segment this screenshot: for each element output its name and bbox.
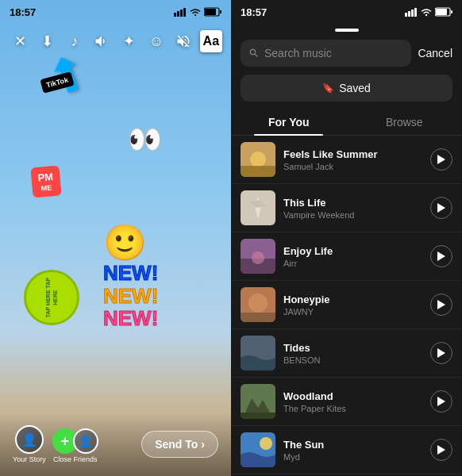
play-button[interactable] [430, 148, 452, 171]
close-icon[interactable]: ✕ [9, 30, 31, 52]
song-info: Honeypie JAWNY [283, 294, 422, 317]
time-left: 18:57 [10, 6, 36, 18]
song-artist: JAWNY [283, 307, 422, 317]
svg-rect-9 [411, 10, 414, 17]
svg-rect-7 [405, 13, 407, 17]
play-button[interactable] [430, 342, 452, 364]
volume-icon[interactable] [90, 30, 113, 52]
play-button[interactable] [430, 439, 452, 461]
song-info: Enjoy Life Airr [283, 245, 422, 268]
song-info: Woodland The Paper Kites [283, 390, 422, 413]
play-icon [437, 348, 445, 358]
saved-label: Saved [339, 82, 371, 94]
play-icon [437, 397, 445, 406]
svg-rect-2 [180, 10, 183, 17]
battery-icon [204, 7, 221, 17]
cancel-button[interactable]: Cancel [418, 47, 452, 60]
song-title: Honeypie [283, 294, 422, 305]
svg-rect-10 [414, 8, 417, 17]
song-title: Tides [283, 342, 422, 354]
tap-here-badge: TAP HERE TAP HERE [24, 270, 79, 325]
face-icon[interactable]: ☺ [145, 30, 167, 52]
song-art [241, 336, 275, 370]
your-story-avatar[interactable]: 👤 Your Story [13, 425, 46, 463]
search-placeholder: Search music [264, 47, 332, 60]
song-item[interactable]: Woodland The Paper Kites [231, 378, 462, 426]
music-icon[interactable]: ♪ [64, 30, 86, 52]
song-artist: The Paper Kites [283, 404, 422, 413]
svg-rect-8 [408, 11, 410, 17]
song-item[interactable]: Enjoy Life Airr [231, 232, 462, 281]
search-box[interactable]: Search music [241, 40, 411, 67]
play-icon [437, 155, 445, 164]
song-info: Tides BENSON [283, 342, 422, 365]
svg-point-29 [260, 437, 272, 450]
bottom-bar-left: 👤 Your Story + 👤 Close Friends Send To › [0, 413, 231, 476]
mute-icon[interactable] [172, 30, 194, 52]
download-icon[interactable]: ⬇ [37, 30, 59, 52]
play-button[interactable] [430, 294, 452, 316]
song-item[interactable]: The Sun Myd [231, 426, 462, 474]
toolbar: ✕ ⬇ ♪ ✦ ☺ Aa [0, 24, 231, 59]
svg-rect-1 [177, 11, 179, 17]
svg-rect-14 [451, 10, 452, 13]
tabs-row: For You Browse [231, 109, 462, 136]
play-button[interactable] [430, 390, 452, 413]
status-bar-left: 18:57 [0, 0, 231, 24]
eyes-sticker: 👀 [127, 123, 163, 156]
svg-point-21 [252, 251, 264, 264]
new-sticker: NEW! NEW! NEW! [103, 262, 158, 330]
text-icon[interactable]: Aa [200, 30, 222, 52]
song-item[interactable]: Tides BENSON [231, 329, 462, 378]
play-icon [437, 445, 445, 455]
battery-icon-right [435, 7, 452, 17]
song-item[interactable]: Honeypie JAWNY [231, 281, 462, 329]
tab-for-you[interactable]: For You [231, 109, 347, 135]
song-artist: Myd [283, 452, 422, 462]
search-row: Search music Cancel [231, 35, 462, 71]
song-artist: Samuel Jack [283, 162, 422, 171]
song-title: Enjoy Life [283, 245, 422, 257]
friend-avatar-1: 👤 [73, 428, 98, 454]
song-art [241, 142, 275, 177]
play-icon [437, 251, 445, 261]
song-artist: BENSON [283, 355, 422, 365]
play-button[interactable] [430, 245, 452, 267]
svg-rect-3 [183, 8, 186, 17]
song-art [241, 384, 275, 419]
time-right: 18:57 [241, 6, 267, 18]
song-art [241, 287, 275, 322]
smiley-sticker: 🙂 [103, 222, 147, 263]
song-item[interactable]: Feels Like Summer Samuel Jack [231, 136, 462, 184]
song-title: This Life [283, 197, 422, 209]
pm-sticker: PM ME [30, 166, 61, 198]
search-icon [248, 48, 260, 59]
right-panel: 18:57 S [231, 0, 462, 476]
song-artist: Vampire Weekend [283, 210, 422, 220]
song-art [241, 190, 275, 225]
play-button[interactable] [430, 197, 452, 219]
svg-rect-13 [436, 9, 447, 15]
close-friends-avatar[interactable]: + 👤 Close Friends [52, 428, 98, 463]
song-info: Feels Like Summer Samuel Jack [283, 148, 422, 171]
play-icon [437, 203, 445, 213]
status-icons-left [174, 7, 221, 17]
song-art [241, 239, 275, 274]
svg-rect-5 [205, 9, 216, 15]
svg-point-16 [250, 152, 266, 167]
signal-icon [174, 7, 187, 17]
story-icons: 👤 Your Story + 👤 Close Friends [13, 425, 98, 463]
song-info: The Sun Myd [283, 439, 422, 462]
song-title: Feels Like Summer [283, 148, 422, 160]
tab-browse[interactable]: Browse [347, 109, 463, 135]
svg-rect-27 [241, 413, 275, 419]
send-to-button[interactable]: Send To › [141, 431, 218, 458]
saved-row[interactable]: 🔖 Saved [241, 75, 452, 102]
status-icons-right [405, 7, 452, 17]
sparkle-icon[interactable]: ✦ [118, 30, 141, 52]
svg-point-23 [248, 294, 268, 313]
bookmark-icon: 🔖 [322, 83, 334, 94]
song-item[interactable]: This Life Vampire Weekend [231, 184, 462, 232]
song-list: Feels Like Summer Samuel Jack This Life … [231, 136, 462, 476]
svg-rect-24 [241, 313, 275, 322]
